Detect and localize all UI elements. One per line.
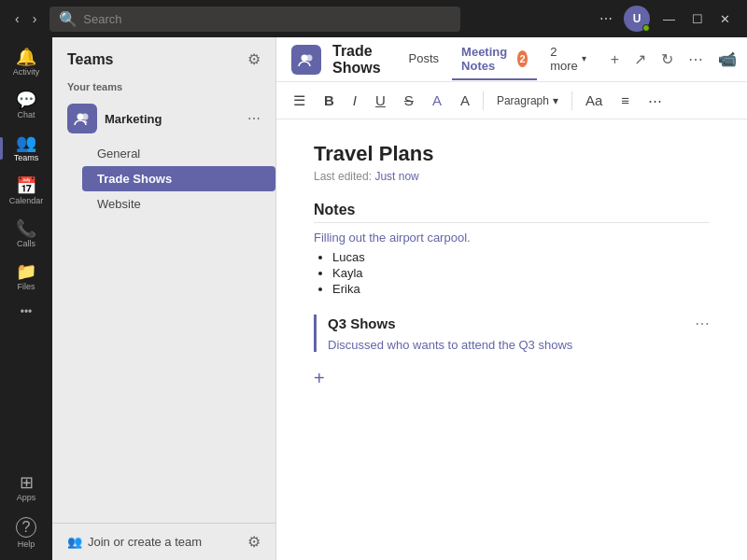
svg-point-1	[82, 114, 89, 120]
font-color-button[interactable]: A	[427, 90, 447, 111]
sidebar-item-help[interactable]: ? Help	[0, 511, 52, 554]
note-last-edited: Last edited: Just now	[314, 170, 710, 183]
more-icon: •••	[21, 306, 33, 317]
sidebar-item-chat[interactable]: 💬 Chat	[0, 86, 52, 125]
chat-icon: 💬	[16, 91, 36, 108]
join-team-label: Join or create a team	[88, 535, 202, 549]
activity-label: Activity	[13, 67, 40, 77]
tab-posts[interactable]: Posts	[400, 46, 449, 73]
toolbar-separator-2	[571, 91, 572, 110]
apps-label: Apps	[17, 493, 36, 502]
list-item: Kayla	[332, 266, 710, 280]
marketing-team-name: Marketing	[105, 112, 162, 126]
sidebar-item-calls[interactable]: 📞 Calls	[0, 215, 52, 254]
notes-section-title: Notes	[314, 202, 710, 223]
channel-trade-shows[interactable]: Trade Shows	[82, 166, 275, 191]
channel-tabs: Posts Meeting Notes 2 2 more ▾	[400, 39, 596, 80]
sidebar-item-files[interactable]: 📁 Files	[0, 258, 52, 297]
list-item: Erika	[332, 282, 710, 296]
chat-label: Chat	[17, 110, 35, 119]
nav-forward-button[interactable]: ›	[27, 7, 43, 30]
tab-meeting-notes[interactable]: Meeting Notes 2	[452, 39, 537, 80]
notes-content-text: Filling out the airport carpool.	[314, 231, 710, 245]
nav-buttons: ‹ ›	[9, 7, 42, 30]
your-teams-label: Your teams	[52, 76, 275, 96]
files-icon: 📁	[16, 263, 36, 280]
calendar-label: Calendar	[9, 196, 44, 205]
bullets-button[interactable]: ≡	[615, 90, 635, 111]
activity-icon: 🔔	[16, 49, 36, 65]
more-toolbar-button[interactable]: ⋯	[642, 90, 668, 112]
toolbar: ☰ B I U S A A Paragraph ▾ Aa ≡ ⋯	[276, 82, 747, 119]
teams-header: Teams ⚙	[52, 37, 275, 76]
paragraph-label: Paragraph	[497, 94, 549, 107]
list-button[interactable]: ☰	[288, 90, 311, 112]
sidebar-item-activity[interactable]: 🔔 Activity	[0, 43, 52, 82]
channel-header-actions: + ↗ ↻ ⋯ 📹	[607, 47, 740, 72]
channel-list: General Trade Shows Website	[52, 141, 275, 217]
sidebar-item-calendar[interactable]: 📅 Calendar	[0, 172, 52, 211]
tab-more[interactable]: 2 more ▾	[541, 39, 596, 80]
calendar-icon: 📅	[16, 177, 36, 194]
more-actions-button[interactable]: ⋯	[684, 47, 707, 72]
paragraph-dropdown[interactable]: Paragraph ▾	[491, 91, 564, 110]
q3-shows-title: Q3 Shows	[328, 315, 396, 331]
search-bar[interactable]: 🔍	[49, 7, 460, 32]
join-team-icon: 👥	[67, 535, 82, 549]
channel-header: Trade Shows Posts Meeting Notes 2 2 more…	[276, 37, 747, 82]
teams-filter-icon[interactable]: ⚙	[247, 50, 261, 68]
online-indicator	[642, 24, 650, 32]
settings-icon[interactable]: ⚙	[247, 533, 261, 551]
sidebar-item-teams[interactable]: 👥 Teams	[0, 129, 52, 168]
calls-label: Calls	[17, 239, 35, 248]
team-more-icon[interactable]: ⋯	[247, 111, 261, 126]
main-layout: 🔔 Activity 💬 Chat 👥 Teams 📅 Calendar 📞 C…	[0, 37, 747, 560]
video-button[interactable]: 📹	[714, 47, 740, 72]
last-edited-label: Last edited:	[314, 170, 372, 183]
toolbar-separator-1	[483, 91, 484, 110]
apps-icon: ⊞	[20, 474, 34, 491]
channel-name: Trade Shows	[332, 43, 381, 77]
avatar[interactable]: U	[624, 6, 650, 32]
sidebar-item-more[interactable]: •••	[0, 301, 52, 323]
icon-rail: 🔔 Activity 💬 Chat 👥 Teams 📅 Calendar 📞 C…	[0, 37, 52, 560]
team-marketing[interactable]: Marketing ⋯	[52, 96, 275, 141]
minimize-button[interactable]: —	[655, 10, 683, 28]
notes-content: Travel Plans Last edited: Just now Notes…	[276, 119, 747, 560]
font-size-button[interactable]: A	[455, 90, 475, 111]
tab-posts-label: Posts	[409, 51, 440, 65]
q3-shows-block: Q3 Shows ⋯ Discussed who wants to attend…	[314, 315, 710, 352]
clear-format-button[interactable]: Aa	[580, 90, 608, 111]
chevron-down-icon: ▾	[582, 53, 586, 63]
paragraph-chevron: ▾	[553, 94, 558, 107]
note-title: Travel Plans	[314, 142, 710, 166]
main-content: Trade Shows Posts Meeting Notes 2 2 more…	[276, 37, 747, 560]
notes-list: Lucas Kayla Erika	[314, 250, 710, 296]
files-label: Files	[17, 282, 35, 291]
channel-website[interactable]: Website	[82, 191, 275, 217]
teams-footer: 👥 Join or create a team ⚙	[52, 523, 275, 560]
meeting-notes-badge: 2	[517, 50, 528, 67]
join-team-button[interactable]: 👥 Join or create a team	[67, 535, 202, 549]
strikethrough-button[interactable]: S	[399, 90, 419, 111]
channel-general[interactable]: General	[82, 141, 275, 166]
sidebar-item-apps[interactable]: ⊞ Apps	[0, 469, 52, 508]
underline-button[interactable]: U	[370, 90, 391, 111]
nav-back-button[interactable]: ‹	[9, 7, 25, 30]
bold-button[interactable]: B	[318, 90, 340, 111]
add-section-button[interactable]: +	[314, 367, 336, 389]
last-edited-time[interactable]: Just now	[374, 170, 418, 183]
search-input[interactable]	[83, 12, 451, 26]
open-in-new-button[interactable]: ↗	[630, 47, 650, 72]
maximize-button[interactable]: ☐	[684, 10, 711, 28]
channel-icon	[291, 45, 321, 75]
more-options-button[interactable]: ⋯	[594, 7, 618, 30]
teams-panel: Teams ⚙ Your teams Marketing ⋯ General T…	[52, 37, 276, 560]
italic-button[interactable]: I	[347, 90, 362, 111]
reload-button[interactable]: ↻	[657, 47, 677, 72]
q3-shows-more-icon[interactable]: ⋯	[695, 315, 710, 332]
close-button[interactable]: ✕	[712, 10, 738, 28]
window-controls: — ☐ ✕	[655, 10, 738, 28]
add-tab-button[interactable]: +	[607, 48, 623, 72]
svg-point-3	[306, 54, 313, 61]
